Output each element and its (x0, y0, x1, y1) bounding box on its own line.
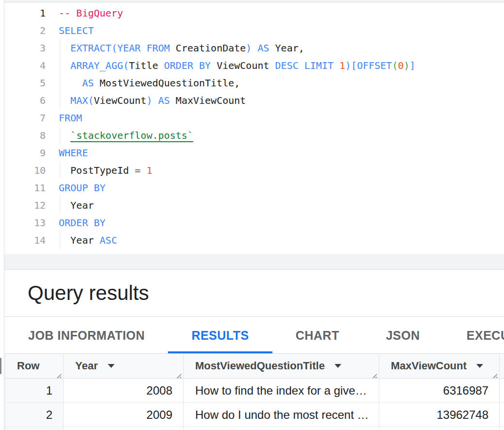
tab-label: JOB INFORMATION (28, 329, 145, 343)
code-token: ) AS (147, 95, 176, 106)
cell-empty (379, 427, 500, 430)
code-line[interactable]: 8 `stackoverflow.posts` (4, 127, 504, 144)
code-token: ViewCount (217, 60, 275, 71)
code-text: -- BigQuery (59, 4, 123, 22)
column-resize-handle-icon[interactable] (54, 370, 62, 377)
column-header-row: Row (5, 354, 64, 379)
code-lines: 1-- BigQuery2SELECT3 EXTRACT(YEAR FROM C… (4, 3, 504, 249)
code-line[interactable]: 1-- BigQuery (4, 4, 504, 22)
code-token: MAX( (70, 95, 94, 106)
cell-title: How to find the index for a give… (184, 379, 379, 403)
column-header-mostviewedquestiontitle: MostViewedQuestionTitle (184, 354, 379, 379)
tab-results[interactable]: RESULTS (168, 317, 272, 353)
code-token: )[OFFSET (345, 60, 392, 71)
code-line[interactable]: 5 AS MostViewedQuestionTitle, (4, 74, 504, 92)
code-line[interactable]: 11GROUP BY (4, 179, 504, 197)
code-line[interactable]: 6 MAX(ViewCount) AS MaxViewCount (4, 92, 504, 109)
cell-stub (500, 403, 504, 427)
column-resize-handle-icon[interactable] (174, 370, 182, 377)
code-text: WHERE (59, 144, 88, 162)
code-token: FROM (59, 112, 82, 124)
code-token (59, 60, 70, 71)
code-token: ) AS (246, 42, 275, 54)
code-text: Year (59, 197, 94, 214)
line-number: 13 (4, 214, 46, 232)
editor-top-strip (4, 0, 504, 2)
code-line[interactable]: 14 Year ASC (4, 232, 504, 249)
left-scrollbar-thumb[interactable] (0, 358, 1, 374)
code-line[interactable]: 4 ARRAY_AGG(Title ORDER BY ViewCount DES… (4, 57, 504, 74)
table-row: 12008How to find the index for a give…63… (5, 379, 504, 403)
table-header-row: RowYearMostViewedQuestionTitleMaxViewCou… (5, 354, 504, 379)
code-token: `stackoverflow.posts` (70, 130, 193, 141)
indent-guide (60, 232, 60, 249)
tab-execution-details[interactable]: EXECUTION DETAILS (443, 317, 504, 353)
indent-guide (60, 39, 60, 57)
code-token: ORDER BY (59, 217, 105, 229)
cell-value: 13962748 (437, 408, 488, 422)
query-results-header: Query results (4, 270, 504, 317)
cell-maxviewcount: 6316987 (379, 379, 500, 403)
indent-guide (60, 92, 60, 109)
column-resize-handle-icon[interactable] (370, 370, 377, 377)
code-token: ] (410, 60, 416, 71)
code-line[interactable]: 12 Year (4, 197, 504, 214)
code-text: FROM (59, 109, 82, 127)
column-header-label: Year (75, 360, 98, 372)
code-token: SELECT (59, 25, 94, 36)
panel-gap (4, 254, 504, 270)
line-number: 7 (4, 109, 46, 127)
code-token: 1 (339, 60, 345, 71)
code-token: MostViewedQuestionTitle, (100, 77, 240, 89)
code-token: Title (129, 60, 164, 71)
indent-guide (60, 162, 60, 179)
tab-job-information[interactable]: JOB INFORMATION (5, 317, 168, 353)
code-line[interactable]: 10 PostTypeId = 1 (4, 162, 504, 179)
cell-row: 2 (5, 403, 64, 427)
code-text: SELECT (59, 22, 94, 39)
code-token: EXTRACT(YEAR FROM (70, 42, 176, 54)
code-line[interactable]: 9WHERE (4, 144, 504, 162)
code-token (59, 42, 70, 54)
code-line[interactable]: 2SELECT (4, 22, 504, 39)
line-number: 4 (4, 57, 46, 74)
column-resize-handle-icon[interactable] (490, 370, 498, 377)
code-token: 0 (398, 60, 403, 71)
cell-empty (184, 427, 379, 430)
table-row-partial (5, 427, 504, 430)
code-token: ORDER BY (164, 60, 217, 71)
results-tab-bar: JOB INFORMATIONRESULTSCHARTJSONEXECUTION… (4, 317, 504, 353)
code-line[interactable]: 7FROM (4, 109, 504, 127)
code-line[interactable]: 13ORDER BY (4, 214, 504, 232)
cell-stub (500, 427, 504, 430)
sql-code-editor[interactable]: 1-- BigQuery2SELECT3 EXTRACT(YEAR FROM C… (4, 3, 504, 254)
column-menu-dropdown-icon[interactable] (476, 364, 483, 368)
code-token: CreationDate (176, 42, 246, 54)
column-header-label: MaxViewCount (391, 360, 467, 372)
line-number: 14 (4, 232, 46, 249)
tab-label: CHART (296, 329, 339, 343)
code-token: PostTypeId (59, 165, 135, 176)
code-token: ( (392, 60, 398, 71)
code-text: Year ASC (59, 232, 117, 249)
indent-guide (60, 57, 60, 74)
tab-label: RESULTS (191, 329, 249, 343)
column-header-label: Row (17, 360, 39, 372)
cell-value: How do I undo the most recent … (195, 408, 369, 422)
line-number: 1 (4, 4, 46, 22)
column-header-maxviewcount: MaxViewCount (379, 354, 500, 379)
line-number: 2 (4, 22, 46, 39)
code-token: -- BigQuery (59, 7, 123, 19)
tab-json[interactable]: JSON (363, 317, 443, 353)
code-token: ) (403, 60, 409, 71)
column-menu-dropdown-icon[interactable] (108, 364, 115, 368)
code-token: ASC (100, 234, 117, 246)
column-menu-dropdown-icon[interactable] (335, 364, 341, 368)
tab-chart[interactable]: CHART (272, 317, 363, 353)
code-line[interactable]: 3 EXTRACT(YEAR FROM CreationDate) AS Yea… (4, 39, 504, 57)
code-token: WHERE (59, 147, 88, 159)
code-token (59, 95, 70, 106)
cell-year: 2009 (64, 403, 184, 427)
code-token: ARRAY_AGG( (70, 60, 129, 71)
cell-stub (500, 379, 504, 403)
